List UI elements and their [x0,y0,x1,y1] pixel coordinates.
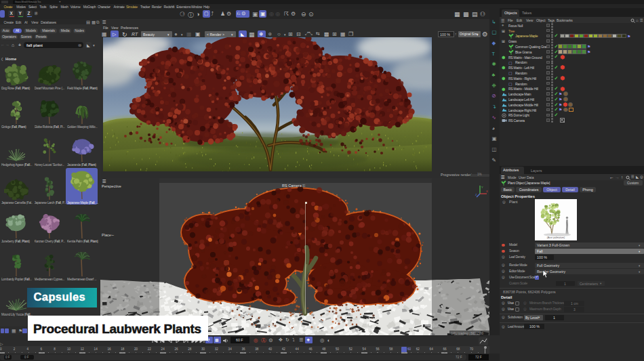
svg-text:X: X [486,190,488,193]
svg-text:Z: Z [475,193,477,196]
svg-text:Y: Y [481,186,483,189]
svg-text:(Acer palmatum): (Acer palmatum) [547,236,565,239]
